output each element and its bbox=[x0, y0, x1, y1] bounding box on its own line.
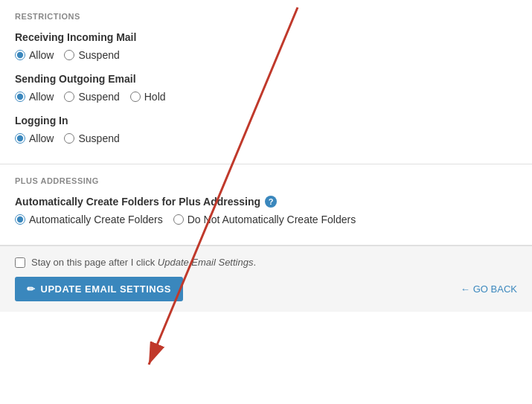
logging-allow-option[interactable]: Allow bbox=[15, 132, 54, 144]
logging-allow-radio[interactable] bbox=[15, 133, 25, 144]
stay-link-text: Update Email Settings bbox=[158, 257, 254, 268]
receiving-allow-option[interactable]: Allow bbox=[15, 49, 54, 61]
auto-create-yes-radio[interactable] bbox=[15, 214, 25, 225]
update-button-label: UPDATE EMAIL SETTINGS bbox=[41, 283, 171, 295]
sending-radio-group: Allow Suspend Hold bbox=[15, 91, 517, 103]
restrictions-title: RESTRICTIONS bbox=[15, 12, 517, 21]
restrictions-section: RESTRICTIONS Receiving Incoming Mail All… bbox=[0, 0, 532, 164]
logging-suspend-radio[interactable] bbox=[64, 133, 74, 144]
receiving-suspend-label: Suspend bbox=[78, 49, 119, 61]
go-back-label: GO BACK bbox=[473, 283, 517, 295]
logging-radio-group: Allow Suspend bbox=[15, 132, 517, 144]
sending-allow-option[interactable]: Allow bbox=[15, 91, 54, 103]
auto-create-no-label: Do Not Automatically Create Folders bbox=[188, 214, 356, 225]
go-back-link[interactable]: ← GO BACK bbox=[461, 283, 517, 295]
pencil-icon: ✏ bbox=[27, 283, 36, 295]
receiving-incoming-mail-group: Receiving Incoming Mail Allow Suspend bbox=[15, 31, 517, 61]
sending-hold-radio[interactable] bbox=[130, 92, 141, 102]
logging-suspend-option[interactable]: Suspend bbox=[64, 132, 119, 144]
auto-create-radio-group: Automatically Create Folders Do Not Auto… bbox=[15, 214, 517, 225]
sending-outgoing-email-group: Sending Outgoing Email Allow Suspend Hol… bbox=[15, 73, 517, 103]
logging-in-label: Logging In bbox=[15, 115, 517, 126]
go-back-arrow: ← bbox=[461, 283, 470, 295]
auto-create-yes-option[interactable]: Automatically Create Folders bbox=[15, 214, 163, 225]
sending-suspend-label: Suspend bbox=[78, 91, 119, 103]
help-icon[interactable]: ? bbox=[265, 196, 277, 208]
footer-section: Stay on this page after I click Update E… bbox=[0, 246, 532, 312]
sending-hold-option[interactable]: Hold bbox=[130, 91, 166, 103]
auto-create-group: Automatically Create Folders for Plus Ad… bbox=[15, 196, 517, 225]
auto-create-yes-label: Automatically Create Folders bbox=[29, 214, 163, 225]
sending-allow-radio[interactable] bbox=[15, 92, 25, 102]
sending-allow-label: Allow bbox=[29, 91, 54, 103]
plus-addressing-section: PLUS ADDRESSING Automatically Create Fol… bbox=[0, 164, 532, 246]
sending-suspend-option[interactable]: Suspend bbox=[64, 91, 119, 103]
footer-actions: ✏ UPDATE EMAIL SETTINGS ← GO BACK bbox=[15, 277, 517, 301]
receiving-incoming-mail-label: Receiving Incoming Mail bbox=[15, 31, 517, 43]
plus-addressing-title: PLUS ADDRESSING bbox=[15, 176, 517, 185]
auto-create-label-group: Automatically Create Folders for Plus Ad… bbox=[15, 196, 517, 208]
receiving-radio-group: Allow Suspend bbox=[15, 49, 517, 61]
receiving-suspend-radio[interactable] bbox=[64, 50, 74, 60]
stay-on-page-checkbox[interactable] bbox=[15, 257, 25, 268]
update-email-settings-button[interactable]: ✏ UPDATE EMAIL SETTINGS bbox=[15, 277, 183, 301]
sending-outgoing-email-label: Sending Outgoing Email bbox=[15, 73, 517, 85]
receiving-allow-radio[interactable] bbox=[15, 50, 25, 60]
receiving-allow-label: Allow bbox=[29, 49, 54, 61]
logging-suspend-label: Suspend bbox=[78, 132, 119, 144]
stay-on-page-text: Stay on this page after I click Update E… bbox=[31, 257, 256, 268]
receiving-suspend-option[interactable]: Suspend bbox=[64, 49, 119, 61]
stay-on-page-container: Stay on this page after I click Update E… bbox=[15, 257, 517, 268]
logging-allow-label: Allow bbox=[29, 132, 54, 144]
page-container: RESTRICTIONS Receiving Incoming Mail All… bbox=[0, 0, 532, 404]
sending-hold-label: Hold bbox=[144, 91, 166, 103]
auto-create-no-radio[interactable] bbox=[173, 214, 184, 225]
auto-create-no-option[interactable]: Do Not Automatically Create Folders bbox=[173, 214, 356, 225]
auto-create-label: Automatically Create Folders for Plus Ad… bbox=[15, 196, 260, 208]
sending-suspend-radio[interactable] bbox=[64, 92, 74, 102]
logging-in-group: Logging In Allow Suspend bbox=[15, 115, 517, 144]
